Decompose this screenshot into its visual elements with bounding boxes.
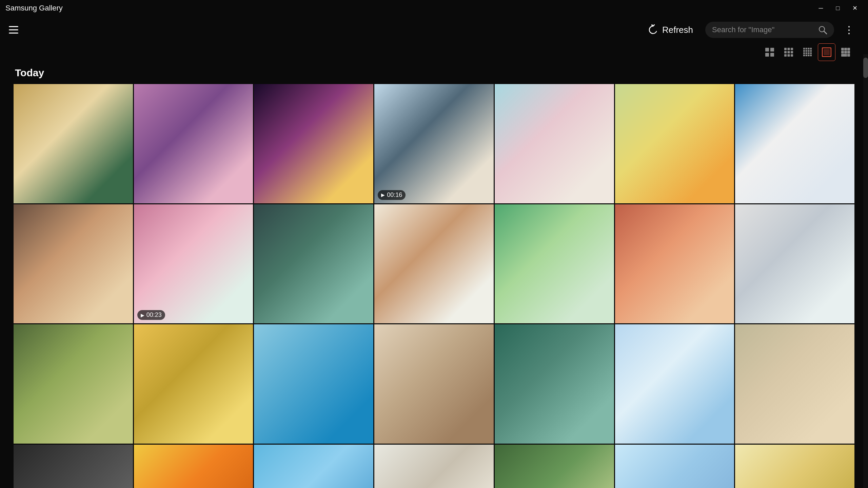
svg-rect-17 — [791, 54, 793, 57]
title-bar-controls: ─ □ ✕ — [813, 3, 863, 14]
photo-cell[interactable] — [735, 324, 854, 444]
toolbar-right: Refresh ⋮ — [642, 21, 857, 38]
photo-cell[interactable] — [735, 84, 854, 203]
svg-rect-29 — [810, 52, 812, 54]
photo-row-1: ▶00:23 — [14, 204, 854, 324]
photo-cell[interactable]: ▶00:16 — [374, 84, 494, 203]
svg-rect-12 — [784, 51, 787, 54]
photo-cell[interactable] — [254, 324, 373, 444]
refresh-button[interactable]: Refresh — [642, 21, 698, 38]
search-input[interactable] — [712, 25, 814, 34]
refresh-icon — [647, 24, 659, 36]
svg-rect-5 — [765, 48, 769, 52]
photo-cell[interactable] — [615, 204, 734, 324]
app-title: Samsung Gallery — [5, 4, 63, 13]
svg-rect-14 — [791, 51, 793, 54]
photo-cell[interactable] — [134, 445, 253, 488]
photo-cell[interactable] — [374, 445, 494, 488]
svg-rect-1 — [9, 29, 18, 30]
photo-cell[interactable] — [735, 445, 854, 488]
svg-rect-15 — [784, 54, 787, 57]
video-duration: 00:16 — [387, 191, 402, 199]
svg-rect-10 — [788, 48, 790, 50]
video-duration: 00:23 — [146, 311, 162, 319]
svg-rect-0 — [9, 26, 18, 27]
photo-cell[interactable] — [14, 324, 133, 444]
svg-rect-32 — [808, 55, 809, 56]
svg-rect-27 — [806, 52, 807, 54]
video-duration-badge: ▶00:23 — [137, 310, 165, 320]
title-bar-left: Samsung Gallery — [5, 4, 63, 13]
view-multi-grid-button[interactable] — [837, 43, 854, 61]
photo-cell[interactable] — [615, 324, 734, 444]
photo-cell[interactable] — [134, 324, 253, 444]
svg-rect-35 — [824, 49, 830, 55]
scrollbar-track[interactable] — [863, 54, 868, 488]
photo-cell[interactable] — [495, 324, 614, 444]
title-bar: Samsung Gallery ─ □ ✕ — [0, 0, 868, 16]
view-grid-medium-button[interactable] — [780, 43, 797, 61]
svg-rect-28 — [808, 52, 809, 54]
photo-cell[interactable] — [735, 204, 854, 324]
photo-cell[interactable] — [615, 84, 734, 203]
photo-cell[interactable] — [374, 204, 494, 324]
photo-grid: ▶00:16▶00:23 — [14, 84, 854, 488]
hamburger-button[interactable] — [5, 22, 22, 38]
refresh-label: Refresh — [662, 25, 693, 35]
close-button[interactable]: ✕ — [847, 3, 863, 14]
svg-rect-26 — [803, 52, 805, 54]
photo-row-3 — [14, 445, 854, 488]
svg-rect-9 — [784, 48, 787, 50]
svg-line-4 — [824, 31, 827, 34]
view-single-button[interactable] — [818, 43, 835, 61]
view-toggle-row — [0, 43, 868, 64]
photo-cell[interactable]: ▶00:23 — [134, 204, 253, 324]
maximize-button[interactable]: □ — [830, 3, 846, 14]
search-bar — [705, 22, 834, 38]
photo-cell[interactable] — [254, 445, 373, 488]
svg-rect-6 — [770, 48, 774, 52]
svg-rect-33 — [810, 55, 812, 56]
svg-rect-8 — [770, 53, 774, 57]
minimize-button[interactable]: ─ — [813, 3, 829, 14]
svg-rect-21 — [810, 48, 812, 49]
photo-cell[interactable] — [374, 324, 494, 444]
photo-cell[interactable] — [14, 204, 133, 324]
svg-rect-11 — [791, 48, 793, 50]
svg-rect-42 — [841, 54, 847, 57]
photo-row-0: ▶00:16 — [14, 84, 854, 203]
photo-cell[interactable] — [495, 204, 614, 324]
svg-rect-19 — [806, 48, 807, 49]
photo-cell[interactable] — [254, 84, 373, 203]
play-icon: ▶ — [381, 192, 385, 198]
hamburger-icon — [9, 26, 18, 34]
photo-row-2 — [14, 324, 854, 444]
svg-rect-16 — [788, 54, 790, 57]
photo-cell[interactable] — [254, 204, 373, 324]
svg-rect-30 — [803, 55, 805, 56]
video-duration-badge: ▶00:16 — [378, 190, 406, 200]
view-grid-large-button[interactable] — [761, 43, 778, 61]
scrollbar-thumb[interactable] — [863, 58, 868, 78]
photo-cell[interactable] — [495, 445, 614, 488]
more-options-button[interactable]: ⋮ — [841, 22, 857, 38]
more-icon: ⋮ — [844, 25, 854, 35]
photo-cell[interactable] — [495, 84, 614, 203]
svg-rect-13 — [788, 51, 790, 54]
svg-rect-39 — [841, 51, 844, 54]
play-icon: ▶ — [141, 312, 144, 318]
svg-rect-38 — [847, 48, 850, 50]
photo-cell[interactable] — [14, 445, 133, 488]
section-title-today: Today — [14, 67, 854, 79]
toolbar: Refresh ⋮ — [0, 16, 868, 43]
view-grid-small-button[interactable] — [799, 43, 816, 61]
svg-rect-7 — [765, 53, 769, 57]
svg-rect-36 — [841, 48, 844, 50]
gallery-content: Today ▶00:16▶00:23 — [0, 64, 868, 488]
photo-cell[interactable] — [14, 84, 133, 203]
photo-cell[interactable] — [134, 84, 253, 203]
search-icon — [818, 25, 827, 35]
photo-cell[interactable] — [615, 445, 734, 488]
svg-rect-24 — [808, 50, 809, 52]
svg-rect-18 — [803, 48, 805, 49]
